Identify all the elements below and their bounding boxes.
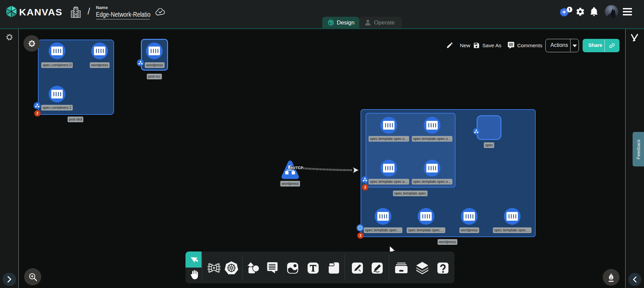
svg-text:80/TCP: 80/TCP <box>290 166 303 170</box>
